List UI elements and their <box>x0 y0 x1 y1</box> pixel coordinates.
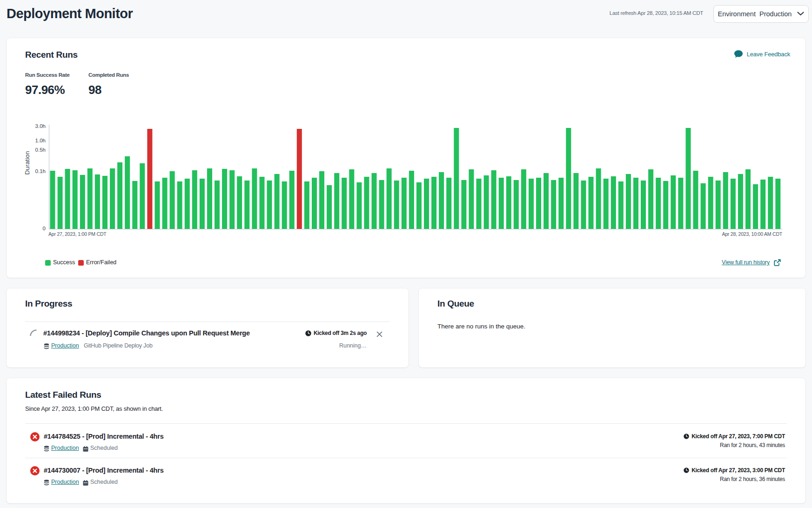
svg-text:Apr 27, 2023, 1:00 PM CDT: Apr 27, 2023, 1:00 PM CDT <box>48 231 107 237</box>
svg-text:3.0h: 3.0h <box>35 123 46 129</box>
svg-text:1.0h: 1.0h <box>35 138 46 143</box>
svg-text:Duration: Duration <box>24 151 31 174</box>
svg-text:0: 0 <box>43 226 46 231</box>
svg-text:0.5h: 0.5h <box>35 147 46 153</box>
svg-text:0.1h: 0.1h <box>35 168 46 174</box>
svg-text:Apr 28, 2023, 10:00 AM CDT: Apr 28, 2023, 10:00 AM CDT <box>722 231 782 237</box>
